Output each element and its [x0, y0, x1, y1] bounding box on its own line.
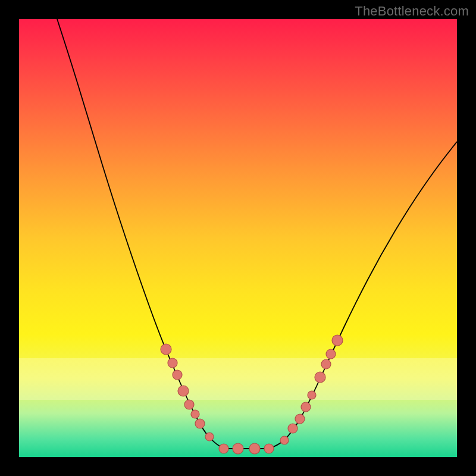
data-dot: [173, 370, 182, 380]
data-dot: [315, 372, 325, 383]
data-dots: [161, 335, 343, 454]
data-dot: [332, 335, 343, 346]
chart-svg: [19, 19, 457, 457]
data-dot: [301, 402, 311, 412]
data-dot: [249, 443, 260, 454]
data-dot: [326, 349, 336, 359]
data-dot: [288, 424, 298, 433]
data-dot: [184, 400, 194, 409]
data-dot: [161, 344, 171, 355]
data-dot: [264, 444, 274, 453]
data-dot: [191, 410, 199, 418]
curve-right: [269, 142, 457, 449]
data-dot: [205, 433, 214, 441]
data-dot: [233, 443, 243, 454]
data-dot: [308, 391, 316, 399]
data-dot: [295, 414, 305, 424]
data-dot: [219, 444, 228, 453]
watermark-text: TheBottleneck.com: [355, 4, 469, 19]
data-dot: [321, 359, 331, 369]
plot-area: [19, 19, 457, 457]
data-dot: [195, 419, 205, 428]
data-dot: [168, 358, 177, 368]
chart-frame: TheBottleneck.com: [0, 0, 476, 476]
data-dot: [280, 436, 289, 444]
curve-left: [57, 19, 224, 449]
data-dot: [178, 386, 189, 396]
